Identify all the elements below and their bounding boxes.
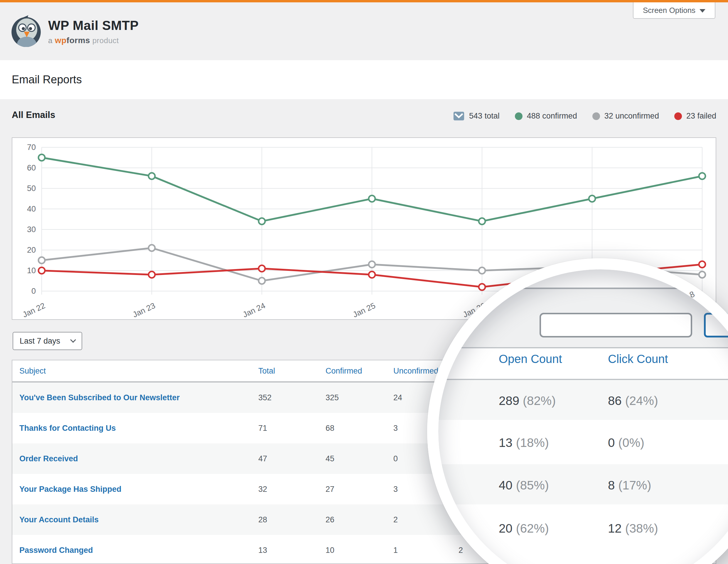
brand-header: WP Mail SMTP a wpforms product xyxy=(11,15,139,48)
svg-text:10: 10 xyxy=(27,266,36,275)
table-search-input[interactable] xyxy=(540,313,692,337)
svg-text:Jan 22: Jan 22 xyxy=(21,301,46,319)
screen-options-button[interactable]: Screen Options xyxy=(633,2,715,19)
subject-link[interactable]: Password Changed xyxy=(19,535,93,564)
magnified-table-top-border xyxy=(427,347,728,348)
click-count-value: 12(38%) xyxy=(608,521,658,536)
open-count-value: 20(62%) xyxy=(499,521,549,536)
confirmed-value: 45 xyxy=(326,443,334,474)
unconfirmed-value: 0 xyxy=(393,443,398,474)
open-count-number: 20 xyxy=(499,521,513,535)
column-header-click-count[interactable]: Click Count xyxy=(608,352,668,366)
chevron-down-icon xyxy=(700,9,705,13)
subject-link[interactable]: Your Account Details xyxy=(19,504,99,535)
open-count-percent: (82%) xyxy=(523,394,556,408)
confirmed-dot-icon xyxy=(515,112,523,120)
click-count-value: 8(17%) xyxy=(608,478,651,493)
legend-failed: 23 failed xyxy=(674,112,716,121)
confirmed-value: 68 xyxy=(326,413,334,443)
open-count-value: 40(85%) xyxy=(499,478,549,493)
click-count-number: 86 xyxy=(608,394,622,408)
svg-text:Jan 23: Jan 23 xyxy=(131,301,156,319)
svg-text:70: 70 xyxy=(27,143,36,152)
subject-link[interactable]: Order Received xyxy=(19,443,78,474)
table-search-button[interactable] xyxy=(704,313,728,337)
subject-link[interactable]: Your Package Has Shipped xyxy=(19,474,122,504)
unconfirmed-value: 2 xyxy=(393,504,398,535)
confirmed-value: 26 xyxy=(326,504,334,535)
date-range-value: Last 7 days xyxy=(20,336,60,346)
legend-unconfirmed-label: 32 unconfirmed xyxy=(604,112,659,121)
column-header-open-count[interactable]: Open Count xyxy=(499,352,562,366)
subject-link[interactable]: Thanks for Contacting Us xyxy=(19,413,116,443)
page-title: Email Reports xyxy=(12,60,728,99)
unconfirmed-value: 24 xyxy=(393,382,402,413)
date-range-select[interactable]: Last 7 days xyxy=(13,332,82,350)
click-count-percent: (0%) xyxy=(618,436,644,449)
email-totals-legend: 543 total 488 confirmed 32 unconfirmed 2… xyxy=(453,112,716,121)
total-value: 352 xyxy=(258,382,272,413)
svg-text:50: 50 xyxy=(27,184,36,193)
screen-options-label: Screen Options xyxy=(643,6,695,15)
open-count-percent: (62%) xyxy=(516,521,549,535)
app-title: WP Mail SMTP xyxy=(48,18,139,33)
all-emails-heading: All Emails xyxy=(12,110,55,120)
wp-mail-smtp-logo-icon xyxy=(11,15,42,48)
svg-text:40: 40 xyxy=(27,205,36,213)
magnified-row-background xyxy=(427,380,728,420)
app-tagline: a wpforms product xyxy=(48,36,139,45)
open-count-number: 289 xyxy=(499,394,519,408)
open-count-percent: (85%) xyxy=(516,478,549,492)
open-count-number: 40 xyxy=(499,478,513,492)
failed-value: 2 xyxy=(459,535,463,564)
tagline-a: a xyxy=(48,36,53,45)
click-count-value: 0(0%) xyxy=(608,436,644,450)
tagline-forms: forms xyxy=(67,36,90,45)
legend-unconfirmed: 32 unconfirmed xyxy=(592,112,659,121)
click-count-number: 0 xyxy=(608,436,615,449)
unconfirmed-value: 1 xyxy=(393,535,398,564)
magnified-row-background xyxy=(427,464,728,504)
click-count-percent: (24%) xyxy=(625,394,658,408)
total-value: 13 xyxy=(258,535,267,564)
legend-total-label: 543 total xyxy=(469,112,500,121)
chevron-down-icon xyxy=(70,337,76,343)
confirmed-value: 325 xyxy=(326,382,339,413)
legend-total: 543 total xyxy=(453,112,500,121)
open-count-percent: (18%) xyxy=(516,436,549,449)
column-header-total[interactable]: Total xyxy=(258,360,275,381)
click-count-percent: (38%) xyxy=(625,521,658,535)
column-header-subject[interactable]: Subject xyxy=(19,360,46,381)
confirmed-value: 27 xyxy=(326,474,334,504)
click-count-number: 8 xyxy=(608,478,615,492)
tagline-product: product xyxy=(92,36,119,45)
total-value: 28 xyxy=(258,504,267,535)
subject-link[interactable]: You've Been Subscribed to Our Newsletter xyxy=(19,382,180,413)
svg-text:20: 20 xyxy=(27,246,36,255)
svg-text:Jan 25: Jan 25 xyxy=(351,301,377,319)
legend-failed-label: 23 failed xyxy=(686,112,716,121)
total-value: 71 xyxy=(258,413,267,443)
column-header-confirmed[interactable]: Confirmed xyxy=(326,360,362,381)
open-count-number: 13 xyxy=(499,436,513,449)
click-count-value: 86(24%) xyxy=(608,394,658,408)
unconfirmed-value: 3 xyxy=(393,413,398,443)
failed-dot-icon xyxy=(674,112,682,120)
open-count-value: 289(82%) xyxy=(499,394,556,408)
top-accent-bar xyxy=(0,0,728,2)
mail-icon xyxy=(453,112,465,121)
open-count-value: 13(18%) xyxy=(499,436,549,450)
unconfirmed-value: 3 xyxy=(393,474,398,504)
legend-confirmed: 488 confirmed xyxy=(515,112,577,121)
legend-confirmed-label: 488 confirmed xyxy=(527,112,577,121)
column-header-unconfirmed[interactable]: Unconfirmed xyxy=(393,360,438,381)
click-count-number: 12 xyxy=(608,521,622,535)
svg-text:60: 60 xyxy=(27,164,36,172)
click-count-percent: (17%) xyxy=(618,478,651,492)
confirmed-value: 10 xyxy=(326,535,334,564)
tagline-wp: wp xyxy=(55,36,67,45)
svg-text:0: 0 xyxy=(31,287,36,295)
svg-text:Jan 24: Jan 24 xyxy=(241,301,267,319)
unconfirmed-dot-icon xyxy=(592,112,600,120)
total-value: 47 xyxy=(258,443,267,474)
